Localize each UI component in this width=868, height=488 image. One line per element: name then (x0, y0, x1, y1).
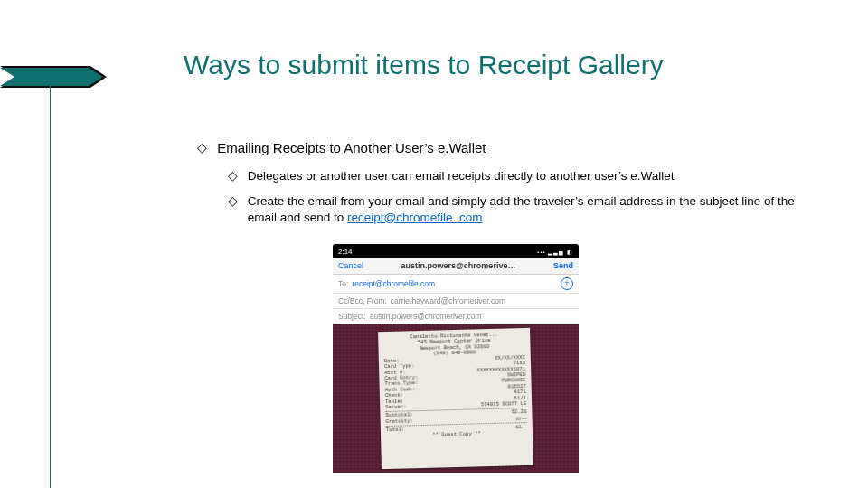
bullet-text-prefix: Create the email from your email and sim… (248, 194, 795, 224)
subject-label: Subject: (338, 312, 366, 321)
email-body-photo: Canaletto Ristorante Venet... 545 Newpor… (333, 324, 579, 473)
add-recipient-icon[interactable]: + (561, 277, 573, 290)
slide-accent-arrow (0, 59, 104, 86)
phone-email-screenshot: 2:14 ••• ▂▃▅ ◧ Cancel austin.powers@chro… (333, 244, 579, 477)
bullet-marker: ◇ (228, 168, 244, 183)
bullet-level2: ◇ Delegates or another user can email re… (228, 168, 675, 184)
send-button[interactable]: Send (553, 261, 573, 270)
cc-label: Cc/Bcc, From: (338, 296, 387, 305)
to-label: To: (338, 279, 348, 288)
phone-status-bar: 2:14 ••• ▂▃▅ ◧ (333, 244, 579, 258)
receipt-image: Canaletto Ristorante Venet... 545 Newpor… (378, 328, 533, 469)
bullet-level2: ◇ Create the email from your email and s… (228, 193, 826, 225)
bullet-section-heading: Emailing Receipts to Another User’s e.Wa… (217, 140, 486, 157)
status-icons: ••• ▂▃▅ ◧ (537, 249, 573, 255)
receipt-email-link[interactable]: receipt@chromefile. com (347, 211, 483, 224)
bullet-level1: ◇ Emailing Receipts to Another User’s e.… (197, 140, 486, 157)
cancel-button[interactable]: Cancel (338, 261, 363, 270)
email-cc-row[interactable]: Cc/Bcc, From: carrie.hayward@chromeriver… (333, 294, 579, 309)
subject-value: austin.powers@chromeriver.com (370, 312, 482, 321)
bullet-text: Create the email from your email and sim… (248, 193, 826, 225)
email-subject-row[interactable]: Subject: austin.powers@chromeriver.com (333, 309, 579, 324)
bullet-marker: ◇ (228, 193, 244, 209)
cc-value: carrie.hayward@chromeriver.com (391, 296, 505, 305)
email-to-row[interactable]: To: receipt@chromefile.com + (333, 275, 579, 294)
status-time: 2:14 (338, 248, 353, 256)
to-value: receipt@chromefile.com (352, 279, 435, 288)
email-draft-sender: austin.powers@chromerive… (401, 261, 516, 270)
bullet-text: Delegates or another user can email rece… (248, 168, 675, 184)
phone-email-header: Cancel austin.powers@chromerive… Send (333, 258, 579, 275)
bullet-marker: ◇ (197, 140, 213, 155)
svg-marker-1 (0, 68, 103, 86)
slide-accent-line (50, 86, 51, 488)
slide-title: Ways to submit items to Receipt Gallery (184, 50, 664, 80)
